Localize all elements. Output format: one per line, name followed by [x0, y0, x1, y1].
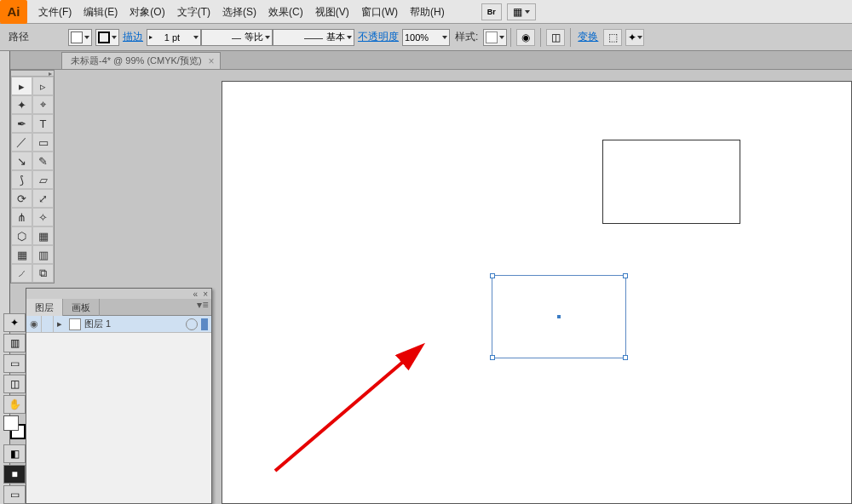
- recolor-button[interactable]: ◉: [516, 29, 535, 46]
- target-icon[interactable]: [186, 318, 198, 330]
- control-bar: 路径 描边 ▸1 pt — 等比 —— 基本 不透明度 100% 样式: ◉ ◫…: [0, 24, 852, 51]
- perspective-tool[interactable]: ▦: [32, 226, 54, 245]
- shape-builder-tool[interactable]: ⬡: [11, 226, 32, 245]
- selection-color-indicator: [201, 318, 208, 330]
- scale-tool[interactable]: ⤢: [32, 189, 54, 208]
- stroke-weight-input[interactable]: ▸1 pt: [147, 29, 201, 46]
- menu-window[interactable]: 窗口(W): [355, 0, 404, 24]
- paintbrush-tool[interactable]: ↘: [11, 152, 32, 170]
- toolbox: ▸ ▸▹ ✦⌖ ✒T ／▭ ↘✎ ⟆▱ ⟳⤢ ⋔✧ ⬡▦ ▦▥ ⟋⧉: [10, 70, 55, 284]
- opacity-link[interactable]: 不透明度: [358, 30, 399, 44]
- blend-tool[interactable]: ⧉: [32, 264, 54, 283]
- width-tool[interactable]: ⋔: [11, 208, 32, 226]
- document-tab[interactable]: 未标题-4* @ 99% (CMYK/预览) ×: [61, 52, 221, 69]
- opacity-input[interactable]: 100%: [402, 29, 450, 46]
- eraser-tool[interactable]: ▱: [32, 170, 54, 189]
- rectangle-tool[interactable]: ▭: [32, 133, 54, 152]
- layers-panel: «× 图层 画板 ▾≡ ◉ ▸ 图层 1: [26, 288, 212, 504]
- document-tabbar: 未标题-4* @ 99% (CMYK/预览) ×: [10, 51, 852, 70]
- svg-line-0: [275, 347, 420, 471]
- toolbox-lower: ✦ ▥ ▭ ◫ ✋ ◧ ■ ▭: [3, 313, 26, 504]
- menu-help[interactable]: 帮助(H): [404, 0, 451, 24]
- opacity-value: 100%: [405, 32, 429, 43]
- layers-list: ◉ ▸ 图层 1: [26, 316, 211, 503]
- stroke-weight-value: 1 pt: [164, 32, 180, 43]
- graph-tool[interactable]: ▥: [3, 334, 26, 352]
- menu-edit[interactable]: 编辑(E): [78, 0, 124, 24]
- screen-mode-button[interactable]: ▭: [3, 485, 26, 504]
- panel-close-icon[interactable]: ×: [203, 289, 208, 299]
- bridge-button[interactable]: Br: [481, 3, 502, 20]
- rectangle-object-2-selected[interactable]: [492, 275, 626, 358]
- symbol-tool[interactable]: ✦: [3, 313, 26, 332]
- menu-file[interactable]: 文件(F): [32, 0, 78, 24]
- pen-tool[interactable]: ✒: [11, 114, 32, 133]
- style-swatch[interactable]: [483, 29, 507, 46]
- toolbox-grip[interactable]: ▸: [11, 71, 54, 77]
- fill-indicator[interactable]: [3, 415, 19, 431]
- selection-handle[interactable]: [623, 273, 628, 278]
- annotation-arrow: [267, 339, 429, 479]
- lock-toggle[interactable]: [42, 316, 54, 333]
- selection-handle[interactable]: [623, 355, 628, 360]
- app-logo: Ai: [0, 0, 27, 24]
- selection-handle[interactable]: [490, 273, 495, 278]
- magic-wand-tool[interactable]: ✦: [11, 95, 32, 114]
- fill-stroke-indicator[interactable]: [3, 415, 26, 439]
- rectangle-object-1[interactable]: [602, 140, 740, 224]
- brush-def-value: 基本: [326, 31, 345, 43]
- line-tool[interactable]: ／: [11, 133, 32, 152]
- transform-link[interactable]: 变换: [578, 30, 598, 44]
- artboard-tool[interactable]: ▭: [3, 354, 26, 373]
- menu-type[interactable]: 文字(T): [171, 0, 216, 24]
- slice-tool[interactable]: ◫: [3, 375, 26, 393]
- blob-brush-tool[interactable]: ⟆: [11, 170, 32, 189]
- layer-row[interactable]: ◉ ▸ 图层 1: [26, 316, 211, 333]
- selection-mode-label: 路径: [9, 30, 29, 44]
- align-button[interactable]: ◫: [546, 29, 565, 46]
- panel-titlebar[interactable]: «×: [26, 289, 211, 299]
- selection-center: [557, 315, 561, 318]
- arrange-button[interactable]: ▦: [507, 3, 536, 20]
- menu-view[interactable]: 视图(V): [309, 0, 355, 24]
- document-tab-title: 未标题-4* @ 99% (CMYK/预览): [71, 54, 202, 67]
- free-transform-tool[interactable]: ✧: [32, 208, 54, 226]
- transform-icon-2[interactable]: ✦: [625, 29, 644, 46]
- fill-swatch[interactable]: [68, 29, 92, 46]
- layer-name[interactable]: 图层 1: [84, 318, 186, 330]
- menu-select[interactable]: 选择(S): [216, 0, 262, 24]
- rotate-tool[interactable]: ⟳: [11, 189, 32, 208]
- direct-selection-tool[interactable]: ▹: [32, 77, 54, 95]
- artboard[interactable]: [222, 81, 852, 504]
- close-tab-icon[interactable]: ×: [209, 55, 215, 67]
- menu-effect[interactable]: 效果(C): [262, 0, 309, 24]
- panel-tabs: 图层 画板 ▾≡: [26, 299, 211, 316]
- panel-menu-icon[interactable]: ▾≡: [194, 299, 211, 315]
- expand-layer-icon[interactable]: ▸: [54, 318, 66, 329]
- mesh-tool[interactable]: ▦: [11, 245, 32, 264]
- variable-width-value: 等比: [245, 31, 263, 43]
- menu-bar: Ai 文件(F) 编辑(E) 对象(O) 文字(T) 选择(S) 效果(C) 视…: [0, 0, 852, 24]
- stroke-link[interactable]: 描边: [123, 30, 143, 44]
- hand-tool[interactable]: ✋: [3, 395, 26, 414]
- draw-mode-button[interactable]: ■: [3, 465, 26, 484]
- visibility-toggle[interactable]: ◉: [26, 316, 42, 333]
- lasso-tool[interactable]: ⌖: [32, 95, 54, 114]
- panel-collapse-icon[interactable]: «: [193, 289, 199, 299]
- selection-tool[interactable]: ▸: [11, 77, 32, 95]
- layer-thumbnail: [69, 318, 81, 330]
- stroke-swatch[interactable]: [95, 29, 119, 46]
- gradient-tool[interactable]: ▥: [32, 245, 54, 264]
- color-mode-button[interactable]: ◧: [3, 444, 26, 463]
- eyedropper-tool[interactable]: ⟋: [11, 264, 32, 283]
- menu-object[interactable]: 对象(O): [124, 0, 170, 24]
- tab-layers[interactable]: 图层: [26, 299, 63, 316]
- transform-icon-1[interactable]: ⬚: [603, 29, 622, 46]
- selection-handle[interactable]: [490, 355, 495, 360]
- tab-artboards[interactable]: 画板: [63, 299, 100, 316]
- brush-def-input[interactable]: —— 基本: [273, 29, 354, 46]
- pencil-tool[interactable]: ✎: [32, 152, 54, 170]
- style-label: 样式:: [455, 30, 478, 44]
- type-tool[interactable]: T: [32, 114, 54, 133]
- variable-width-input[interactable]: — 等比: [201, 29, 273, 46]
